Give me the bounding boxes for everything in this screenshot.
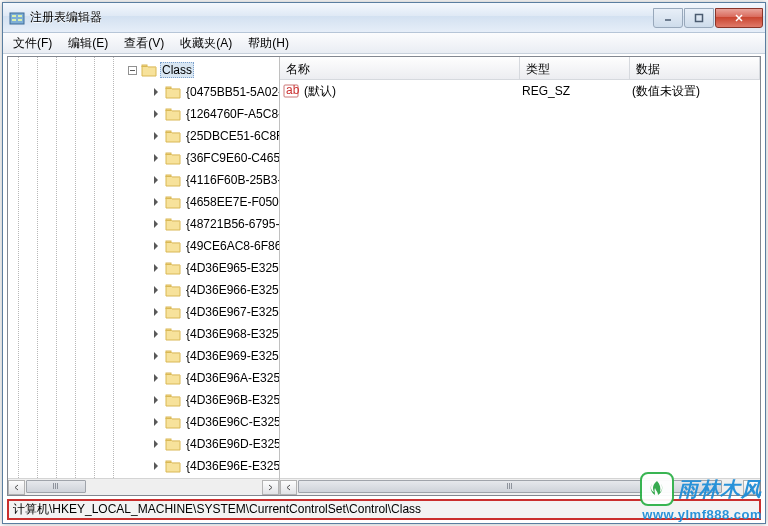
folder-icon: [165, 217, 181, 231]
col-type[interactable]: 类型: [520, 57, 630, 79]
svg-rect-26: [166, 439, 171, 441]
menu-help[interactable]: 帮助(H): [240, 33, 297, 53]
app-window: 注册表编辑器 文件(F) 编辑(E) 查看(V) 收藏夹(A) 帮助(H): [2, 2, 766, 524]
svg-text:ab: ab: [286, 83, 299, 97]
window-controls: [653, 8, 763, 28]
cell-data: (数值未设置): [630, 83, 702, 100]
scroll-thumb[interactable]: [26, 480, 86, 493]
tree-label: {4D36E968-E325-11CE-BFC: [184, 326, 279, 342]
expand-icon[interactable]: [150, 439, 161, 450]
tree-view[interactable]: Class{0475BB51-5A02-4EE0-B36{1264760F-A5…: [8, 57, 279, 478]
svg-rect-17: [166, 241, 171, 243]
tree-label: {4D36E967-E325-11CE-BFC: [184, 304, 279, 320]
scroll-track[interactable]: [297, 480, 743, 495]
folder-icon: [165, 393, 181, 407]
expand-icon[interactable]: [150, 263, 161, 274]
tree-node[interactable]: {48721B56-6795-11D2-B1A: [8, 213, 279, 235]
svg-rect-10: [166, 87, 171, 89]
svg-rect-15: [166, 197, 171, 199]
tree-node[interactable]: {0475BB51-5A02-4EE0-B36: [8, 81, 279, 103]
expand-icon[interactable]: [150, 87, 161, 98]
list-pane: 名称 类型 数据 ab(默认)REG_SZ(数值未设置): [280, 57, 760, 495]
svg-rect-0: [10, 13, 24, 24]
svg-rect-9: [142, 65, 147, 67]
tree-node[interactable]: {36FC9E60-C465-11CF-8056: [8, 147, 279, 169]
tree-label: {4D36E965-E325-11CE-BFC: [184, 260, 279, 276]
menu-file[interactable]: 文件(F): [5, 33, 60, 53]
tree-label: {4658EE7E-F050-11D1-B6B: [184, 194, 279, 210]
tree-label: {4116F60B-25B3-4662-B73: [184, 172, 279, 188]
expand-icon[interactable]: [150, 131, 161, 142]
tree-label: {0475BB51-5A02-4EE0-B36: [184, 84, 279, 100]
folder-icon: [165, 107, 181, 121]
menu-favorites[interactable]: 收藏夹(A): [172, 33, 240, 53]
tree-node[interactable]: {4D36E96A-E325-11CE-BFC: [8, 367, 279, 389]
expand-icon[interactable]: [150, 241, 161, 252]
tree-node[interactable]: {4D36E96F-E325-11CE-BFC: [8, 477, 279, 478]
expand-icon[interactable]: [150, 373, 161, 384]
scroll-thumb[interactable]: [298, 480, 722, 493]
tree-node[interactable]: {4D36E968-E325-11CE-BFC: [8, 323, 279, 345]
scroll-left-button[interactable]: [8, 480, 25, 495]
folder-icon: [165, 327, 181, 341]
expand-icon[interactable]: [150, 461, 161, 472]
scroll-left-button[interactable]: [280, 480, 297, 495]
close-button[interactable]: [715, 8, 763, 28]
tree-node[interactable]: {1264760F-A5C8-4BFE-B31: [8, 103, 279, 125]
expand-icon[interactable]: [150, 417, 161, 428]
col-name[interactable]: 名称: [280, 57, 520, 79]
tree-node[interactable]: {4D36E96D-E325-11CE-BFC: [8, 433, 279, 455]
folder-icon: [165, 129, 181, 143]
expand-icon[interactable]: [150, 109, 161, 120]
expand-icon[interactable]: [150, 197, 161, 208]
menu-bar: 文件(F) 编辑(E) 查看(V) 收藏夹(A) 帮助(H): [3, 33, 765, 54]
folder-icon: [165, 261, 181, 275]
list-hscroll[interactable]: [280, 478, 760, 495]
maximize-button[interactable]: [684, 8, 714, 28]
scroll-right-button[interactable]: [262, 480, 279, 495]
expand-icon[interactable]: [150, 175, 161, 186]
tree-node[interactable]: {25DBCE51-6C8F-4A72-8A6: [8, 125, 279, 147]
list-body[interactable]: ab(默认)REG_SZ(数值未设置): [280, 80, 760, 478]
tree-node[interactable]: {4658EE7E-F050-11D1-B6B: [8, 191, 279, 213]
collapse-icon[interactable]: [128, 66, 137, 75]
list-header: 名称 类型 数据: [280, 57, 760, 80]
tree-node[interactable]: {4D36E966-E325-11CE-BFC: [8, 279, 279, 301]
menu-view[interactable]: 查看(V): [116, 33, 172, 53]
expand-icon[interactable]: [150, 285, 161, 296]
expand-icon[interactable]: [150, 351, 161, 362]
col-data[interactable]: 数据: [630, 57, 760, 79]
expand-icon[interactable]: [150, 219, 161, 230]
svg-rect-4: [18, 19, 22, 21]
tree-hscroll[interactable]: [8, 478, 279, 495]
scroll-right-button[interactable]: [743, 480, 760, 495]
tree-node[interactable]: {4D36E96C-E325-11CE-BFC: [8, 411, 279, 433]
svg-rect-23: [166, 373, 171, 375]
status-bar: 计算机\HKEY_LOCAL_MACHINE\SYSTEM\CurrentCon…: [7, 499, 761, 520]
tree-node[interactable]: {4D36E965-E325-11CE-BFC: [8, 257, 279, 279]
svg-rect-25: [166, 417, 171, 419]
scroll-track[interactable]: [25, 480, 262, 495]
title-bar[interactable]: 注册表编辑器: [3, 3, 765, 33]
tree-node[interactable]: {4D36E969-E325-11CE-BFC: [8, 345, 279, 367]
svg-rect-3: [12, 19, 16, 21]
expand-icon[interactable]: [150, 153, 161, 164]
expand-icon[interactable]: [150, 395, 161, 406]
tree-label: {48721B56-6795-11D2-B1A: [184, 216, 279, 232]
svg-rect-6: [696, 14, 703, 21]
list-row[interactable]: ab(默认)REG_SZ(数值未设置): [280, 82, 760, 100]
minimize-button[interactable]: [653, 8, 683, 28]
tree-node[interactable]: {4D36E96E-E325-11CE-BFC: [8, 455, 279, 477]
folder-icon: [165, 415, 181, 429]
expand-icon[interactable]: [150, 307, 161, 318]
tree-node[interactable]: {4D36E96B-E325-11CE-BFC: [8, 389, 279, 411]
svg-rect-19: [166, 285, 171, 287]
expand-icon[interactable]: [150, 329, 161, 340]
svg-rect-24: [166, 395, 171, 397]
menu-edit[interactable]: 编辑(E): [60, 33, 116, 53]
svg-rect-18: [166, 263, 171, 265]
tree-node-class[interactable]: Class: [8, 59, 279, 81]
tree-node[interactable]: {4D36E967-E325-11CE-BFC: [8, 301, 279, 323]
tree-node[interactable]: {49CE6AC8-6F86-11D2-B1E: [8, 235, 279, 257]
tree-node[interactable]: {4116F60B-25B3-4662-B73: [8, 169, 279, 191]
